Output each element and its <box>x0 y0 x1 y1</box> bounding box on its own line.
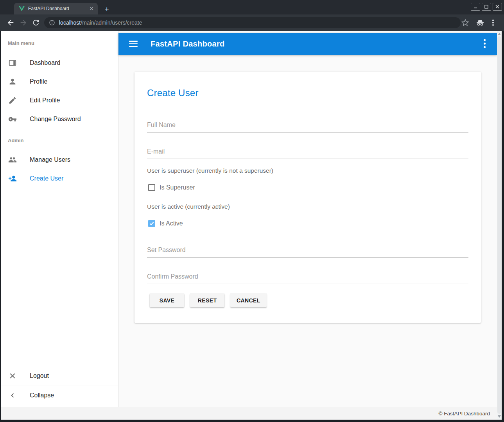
app-bar: FastAPI Dashboard <box>118 33 497 55</box>
is-superuser-label: Is Superuser <box>160 184 195 191</box>
is-active-checkbox[interactable] <box>148 220 155 227</box>
page-viewport: Main menu Dashboard Profile Edit Profile <box>1 31 502 420</box>
group-icon <box>8 156 17 164</box>
sidebar-item-edit-profile[interactable]: Edit Profile <box>1 91 118 110</box>
sidebar-section-admin: Admin <box>8 138 23 143</box>
browser-toolbar: localhost/main/admin/users/create <box>0 14 504 31</box>
forward-icon[interactable] <box>19 18 28 27</box>
sidebar-divider <box>1 131 118 131</box>
browser-tab[interactable]: FastAPI Dashboard ✕ <box>14 3 98 14</box>
person-icon <box>8 77 17 86</box>
reload-icon[interactable] <box>32 18 40 27</box>
pencil-icon <box>8 96 17 105</box>
sidebar-item-profile[interactable]: Profile <box>1 72 118 91</box>
save-button[interactable]: SAVE <box>150 293 184 307</box>
cancel-button[interactable]: CANCEL <box>230 293 267 307</box>
vue-favicon-icon <box>19 6 25 11</box>
page-title: Create User <box>147 88 199 98</box>
is-active-label: Is Active <box>160 220 183 227</box>
app-bar-kebab-icon[interactable] <box>484 39 485 48</box>
browser-menu-kebab-icon[interactable] <box>488 18 498 27</box>
scrollbar-down-arrow-icon[interactable] <box>498 415 501 418</box>
sidebar-item-manage-users[interactable]: Manage Users <box>1 150 118 169</box>
sidebar-item-logout[interactable]: Logout <box>1 367 118 385</box>
browser-tab-bar: FastAPI Dashboard ✕ + <box>0 0 504 14</box>
reset-button[interactable]: RESET <box>190 293 224 307</box>
sidebar-section-main-menu: Main menu <box>8 40 34 46</box>
superuser-hint: User is superuser (currently is not a su… <box>147 167 273 174</box>
hamburger-menu-icon[interactable] <box>129 41 138 47</box>
set-password-field[interactable] <box>147 243 468 257</box>
main-content-area: FastAPI Dashboard Create User User is su… <box>118 31 497 407</box>
is-superuser-checkbox[interactable] <box>148 184 155 191</box>
sidebar-item-dashboard[interactable]: Dashboard <box>1 54 118 72</box>
close-x-icon <box>8 372 17 380</box>
close-window-button[interactable] <box>493 3 502 11</box>
key-icon <box>8 115 17 123</box>
scrollbar-thumb[interactable] <box>497 36 501 414</box>
app-bar-title: FastAPI Dashboard <box>151 39 225 48</box>
sidebar-item-create-user[interactable]: Create User <box>1 169 118 188</box>
footer-copyright: © FastAPI Dashboard <box>438 411 490 417</box>
maximize-button[interactable] <box>482 3 491 11</box>
sidebar-item-change-password[interactable]: Change Password <box>1 110 118 129</box>
tab-title: FastAPI Dashboard <box>28 6 88 11</box>
site-info-icon[interactable] <box>49 20 55 26</box>
chevron-left-icon <box>8 391 17 400</box>
full-name-field[interactable] <box>147 118 468 132</box>
page-scrollbar[interactable] <box>497 31 502 420</box>
form-actions: SAVE RESET CANCEL <box>150 293 273 307</box>
is-superuser-checkbox-row: Is Superuser <box>148 184 195 191</box>
browser-window: FastAPI Dashboard ✕ + localhost/m <box>0 0 504 422</box>
create-user-card: Create User User is superuser (currently… <box>135 72 481 323</box>
footer: © FastAPI Dashboard <box>1 407 497 420</box>
address-bar[interactable]: localhost/main/admin/users/create <box>44 17 461 28</box>
sidebar: Main menu Dashboard Profile Edit Profile <box>1 31 118 407</box>
bookmark-star-icon[interactable] <box>461 18 470 27</box>
incognito-icon <box>475 18 485 27</box>
new-tab-button[interactable]: + <box>102 5 111 14</box>
back-icon[interactable] <box>6 18 15 27</box>
confirm-password-field[interactable] <box>147 270 468 284</box>
sidebar-item-collapse[interactable]: Collapse <box>1 386 118 405</box>
window-controls <box>471 3 502 11</box>
dashboard-icon <box>8 59 17 67</box>
active-hint: User is active (currently active) <box>147 203 230 210</box>
tab-close-icon[interactable]: ✕ <box>88 5 95 12</box>
scrollbar-up-arrow-icon[interactable] <box>498 33 501 35</box>
minimize-button[interactable] <box>471 3 480 11</box>
url-text: localhost/main/admin/users/create <box>59 20 142 26</box>
person-add-icon <box>8 174 17 183</box>
email-field[interactable] <box>147 145 468 159</box>
is-active-checkbox-row: Is Active <box>148 220 183 227</box>
